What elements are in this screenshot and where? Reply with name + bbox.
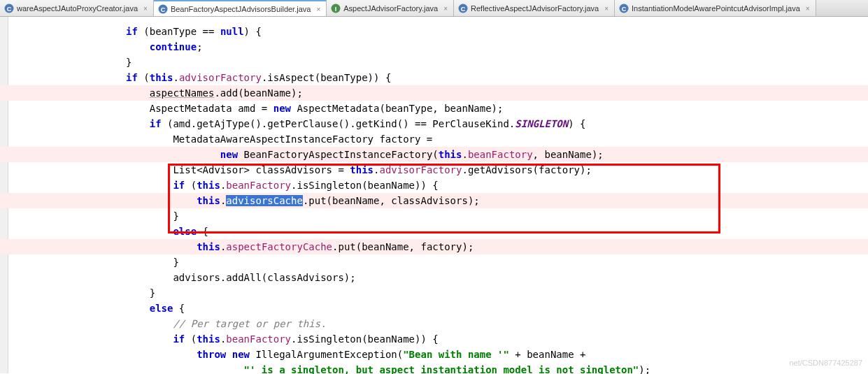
code-line: if (this.beanFactory.isSingleton(beanNam… (126, 331, 868, 347)
tab-label: InstantiationModelAwarePointcutAdvisorIm… (632, 4, 800, 13)
text: ) { (244, 26, 262, 37)
text: { (197, 226, 208, 237)
text (126, 118, 150, 129)
keyword: null (220, 26, 244, 37)
text: , beanName); (533, 149, 604, 160)
code-line: throw new IllegalArgumentException("Bean… (126, 347, 868, 362)
keyword: else (150, 303, 173, 314)
code-line: List<Advisor> classAdvisors = this.advis… (126, 162, 868, 178)
editor-tab-1[interactable]: CBeanFactoryAspectJAdvisorsBuilder.java× (154, 0, 327, 17)
java-class-icon: C (619, 3, 629, 13)
text: ) { (568, 118, 585, 129)
code-line: } (126, 285, 868, 301)
close-icon[interactable]: × (806, 5, 810, 13)
keyword: this (197, 195, 220, 206)
keyword: new (220, 149, 238, 160)
close-icon[interactable]: × (604, 5, 609, 13)
keyword: this (150, 72, 173, 83)
keyword: if (126, 26, 138, 37)
tab-label: wareAspectJAutoProxyCreator.java (17, 4, 138, 13)
code-line: } (126, 208, 868, 224)
text: . (173, 72, 178, 83)
java-interface-icon: I (331, 3, 341, 13)
svg-text:I: I (335, 6, 337, 13)
java-class-icon: C (4, 3, 14, 13)
editor-tab-4[interactable]: CInstantiationModelAwarePointcutAdvisorI… (615, 0, 816, 17)
code-line: this.aspectFactoryCache.put(beanName, fa… (0, 239, 868, 254)
constant: SINGLETON (515, 118, 568, 129)
code-line: if (this.beanFactory.isSingleton(beanNam… (126, 178, 868, 193)
code-line: this.advisorsCache.put(beanName, classAd… (0, 193, 868, 208)
editor-tab-0[interactable]: CwareAspectJAutoProxyCreator.java× (0, 0, 154, 17)
svg-text:C: C (622, 6, 627, 13)
editor-tab-3[interactable]: CReflectiveAspectJAdvisorFactory.java× (454, 0, 615, 17)
keyword: throw new (197, 349, 250, 360)
keyword: if (173, 333, 185, 345)
tab-bar: CwareAspectJAutoProxyCreator.java×CBeanF… (0, 0, 868, 17)
keyword: if (173, 180, 185, 191)
text: BeanFactoryAspectInstanceFactory( (238, 149, 439, 160)
code-line: ifif (beanType == (beanType == null) { (126, 24, 868, 39)
tab-label: BeanFactoryAspectJAdvisorsBuilder.java (171, 5, 311, 13)
code-line: else { (126, 224, 868, 239)
keyword: new (273, 103, 291, 114)
variable: aspectNames (150, 87, 215, 99)
text (126, 333, 173, 345)
text (126, 149, 220, 160)
text: . (462, 149, 467, 160)
text: ); (639, 364, 650, 374)
field: advisorFactory (179, 72, 262, 83)
code-line: aspectNames.add(beanName); (0, 85, 868, 101)
code-line: } (126, 55, 868, 70)
text: IllegalArgumentException( (250, 349, 403, 360)
text: ( (185, 333, 197, 345)
field: beanFactory (226, 180, 291, 191)
svg-text:C: C (7, 6, 12, 13)
keyword: else (173, 226, 197, 237)
text: AspectMetadata(beanType, beanName); (291, 103, 503, 114)
editor-tab-2[interactable]: IAspectJAdvisorFactory.java× (327, 0, 454, 17)
text: .add(beanName); (214, 87, 302, 99)
keyword: this (197, 333, 220, 345)
text (126, 241, 197, 252)
code-line: continue; (126, 39, 868, 55)
text: ( (185, 180, 197, 191)
text (126, 180, 173, 191)
text (126, 303, 150, 314)
close-icon[interactable]: × (143, 5, 148, 13)
close-icon[interactable]: × (316, 6, 320, 13)
text: + beanName + (509, 349, 586, 360)
text (126, 364, 244, 374)
java-class-icon: C (158, 4, 168, 14)
code-editor[interactable]: ifif (beanType == (beanType == null) { c… (0, 17, 868, 374)
text (126, 349, 197, 360)
field: beanFactory (468, 149, 533, 160)
keyword: if (150, 118, 162, 129)
keyword: if (126, 72, 138, 83)
text: AspectMetadata amd = (126, 103, 273, 114)
code-line: } (126, 254, 868, 270)
java-class-icon: C (458, 3, 468, 13)
code-line: else { (126, 301, 868, 316)
field: advisorFactory (379, 164, 462, 175)
comment: // Per target or per this. (173, 318, 326, 329)
keyword: this (439, 149, 462, 160)
tab-label: ReflectiveAspectJAdvisorFactory.java (471, 4, 599, 13)
tab-label: AspectJAdvisorFactory.java (343, 4, 438, 13)
text: List<Advisor> classAdvisors = (126, 164, 350, 175)
code-line: if (amd.getAjType().getPerClause().getKi… (126, 116, 868, 131)
string: "Bean with name '" (403, 349, 509, 360)
text: (amd.getAjType().getPerClause().getKind(… (162, 118, 515, 129)
string: "' is a singleton, but aspect instantiat… (244, 364, 639, 374)
text: .put(beanName, classAdvisors); (303, 195, 480, 206)
code-line: MetadataAwareAspectInstanceFactory facto… (126, 131, 868, 147)
svg-text:C: C (461, 6, 466, 13)
text: .isSingleton(beanName)) { (291, 333, 439, 345)
keyword: this (350, 164, 373, 175)
close-icon[interactable]: × (443, 5, 448, 13)
text (126, 87, 150, 99)
code-line: if (this.advisorFactory.isAspect(beanTyp… (126, 70, 868, 85)
text (126, 226, 173, 237)
code-line: AspectMetadata amd = new AspectMetadata(… (126, 101, 868, 116)
code-line: "' is a singleton, but aspect instantiat… (126, 362, 868, 374)
